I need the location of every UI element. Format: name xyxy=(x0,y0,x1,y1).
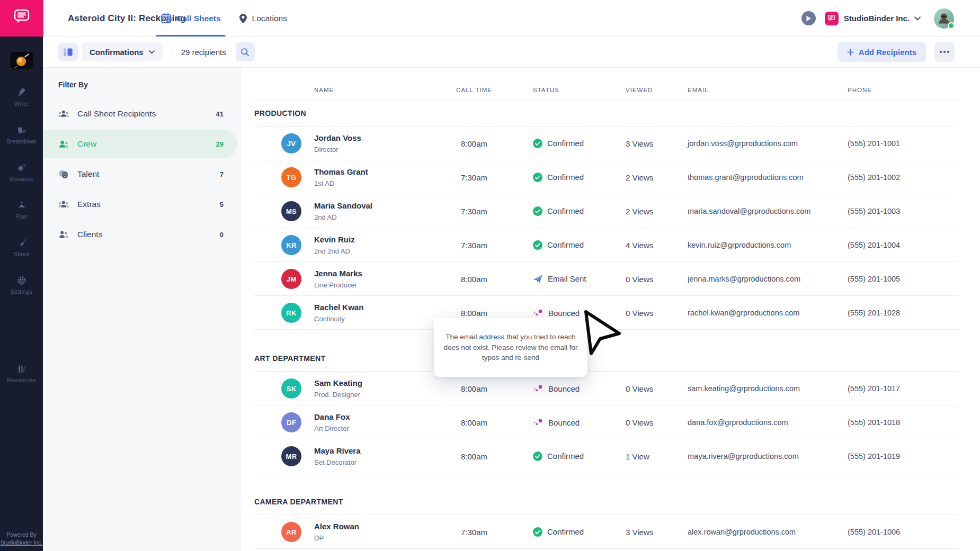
add-recipients-button[interactable]: Add Recipients xyxy=(838,42,926,62)
viewed-count: 3 Views xyxy=(626,139,653,148)
group-title: CAMERA DEPARTMENT xyxy=(254,489,959,514)
email-link[interactable]: jordan.voss@grproductions.com xyxy=(688,139,798,148)
recipient-name-block: Thomas Grant 1st AD xyxy=(314,167,368,187)
filter-item-count: 29 xyxy=(216,140,224,148)
recipient-role: 2nd AD xyxy=(314,213,372,221)
org-logo-icon[interactable] xyxy=(825,12,839,25)
recipient-role: 2nd 2nd AD xyxy=(314,247,355,255)
sidebar-item-visualize[interactable]: Visualize xyxy=(0,162,43,183)
filter-item-count: 5 xyxy=(220,201,224,209)
sidebar-item-plan[interactable]: Plan xyxy=(0,200,43,220)
filter-panel: Filter By Call Sheet Recipients 41 Crew … xyxy=(43,68,241,551)
status-badge[interactable]: Bounced xyxy=(533,418,580,427)
settings-icon xyxy=(16,275,27,286)
recipient-name: Jenna Marks xyxy=(314,269,362,278)
viewed-count: 3 Views xyxy=(626,527,653,536)
status-badge[interactable]: Confirmed xyxy=(533,240,584,250)
plan-icon xyxy=(16,200,27,211)
recipient-name: Rachel Kwan xyxy=(314,303,363,312)
email-link[interactable]: maria.sandoval@grproductions.com xyxy=(688,207,810,215)
column-header-email: EMAIL xyxy=(688,87,709,93)
project-thumbnail[interactable] xyxy=(10,52,33,69)
viewed-count: 0 Views xyxy=(626,418,653,427)
status-badge[interactable]: Confirmed xyxy=(533,527,584,537)
filter-item-extras[interactable]: Extras 5 xyxy=(43,190,237,219)
status-badge[interactable]: Confirmed xyxy=(533,139,584,148)
powered-by-link[interactable]: StudioBinder Inc. xyxy=(0,539,43,547)
status-badge[interactable]: Email Sent xyxy=(533,274,586,284)
more-options-button[interactable] xyxy=(934,42,955,62)
filter-item-call-sheet-recipients[interactable]: Call Sheet Recipients 41 xyxy=(43,100,237,128)
filter-item-talent[interactable]: Talent 7 xyxy=(43,160,237,188)
filter-item-label: Clients xyxy=(77,230,102,239)
call-time: 8:00am xyxy=(442,308,506,317)
viewed-count: 1 View xyxy=(626,451,649,460)
play-button[interactable] xyxy=(801,11,816,25)
table-row[interactable]: TG Thomas Grant 1st AD 7:30am Confirmed … xyxy=(254,160,959,194)
avatar: MR xyxy=(281,446,301,466)
table-row[interactable]: DF Dana Fox Art Director 8:00am Bounced … xyxy=(254,405,959,439)
sidebar-item-settings[interactable]: Settings xyxy=(0,275,43,295)
viewed-count: 4 Views xyxy=(626,240,653,249)
call-time: 8:00am xyxy=(442,418,506,427)
table-group: ART DEPARTMENTSK Sam Keating Prod. Desig… xyxy=(254,346,959,473)
recipients-count: 29 recipients xyxy=(181,48,226,57)
filter-item-clients[interactable]: Clients 0 xyxy=(43,220,237,249)
sidebar-item-write[interactable]: Write xyxy=(0,87,43,107)
status-badge[interactable]: Confirmed xyxy=(533,206,584,216)
tab-call-sheets[interactable]: Call Sheets xyxy=(161,0,221,37)
sidebar-item-breakdown[interactable]: Breakdown xyxy=(0,125,43,145)
recipient-name: Kevin Ruiz xyxy=(314,235,355,244)
email-link[interactable]: jenna.marks@grproductions.com xyxy=(688,275,800,283)
email-link[interactable]: maya.rivera@grproductions.com xyxy=(688,452,799,460)
call-time: 7:30am xyxy=(442,206,506,215)
cursor-pointer xyxy=(571,306,624,359)
sidebar-item-resources[interactable]: Resources xyxy=(0,364,43,384)
email-link[interactable]: sam.keating@grproductions.com xyxy=(688,384,800,393)
org-name[interactable]: StudioBinder Inc. xyxy=(844,14,910,23)
tab-locations[interactable]: Locations xyxy=(239,0,287,37)
table-row[interactable]: JM Jenna Marks Line Producer 8:00am Emai… xyxy=(254,262,959,296)
status-confirmed-icon xyxy=(533,240,542,250)
recipient-name: Maya Rivera xyxy=(314,446,361,455)
phone-number: (555) 201-1019 xyxy=(848,452,900,460)
search-button[interactable] xyxy=(236,42,255,61)
sidebar-item-shoot[interactable]: Shoot xyxy=(0,238,43,258)
email-link[interactable]: kevin.ruiz@grproductions.com xyxy=(688,241,791,249)
email-link[interactable]: rachel.kwan@grproductions.com xyxy=(688,309,799,317)
studiobinder-logo[interactable] xyxy=(0,0,43,37)
call-time: 8:00am xyxy=(442,384,506,393)
table-row[interactable]: AR Alex Rowan DP 7:30am Confirmed 3 View… xyxy=(254,515,959,549)
board-view-button[interactable] xyxy=(58,43,78,61)
email-link[interactable]: alex.rowan@grproductions.com xyxy=(688,528,796,536)
user-avatar[interactable] xyxy=(934,8,954,29)
table-row[interactable]: MR Maya Rivera Set Decorator 8:00am Conf… xyxy=(254,439,959,473)
chevron-down-icon[interactable] xyxy=(914,16,921,21)
call-time: 8:00am xyxy=(442,451,506,460)
calendar-clock-icon xyxy=(161,13,172,24)
app-window: Asteroid City II: Reckoning Call She xyxy=(0,0,980,551)
status-label: Confirmed xyxy=(547,206,584,215)
email-link[interactable]: dana.fox@grproductions.com xyxy=(688,418,788,427)
status-badge[interactable]: Bounced xyxy=(533,384,580,393)
filter-item-label: Crew xyxy=(77,139,96,149)
top-right-cluster: StudioBinder Inc. xyxy=(801,0,954,37)
recipient-name: Alex Rowan xyxy=(314,522,359,531)
view-select-dropdown[interactable]: Confirmations xyxy=(82,42,163,61)
people3-icon xyxy=(58,109,69,119)
email-link[interactable]: thomas.grant@grproductions.com xyxy=(688,173,804,182)
call-time: 8:00am xyxy=(442,139,506,148)
table-row[interactable]: SK Sam Keating Prod. Designer 8:00am Bou… xyxy=(254,372,959,405)
table-row[interactable]: KR Kevin Ruiz 2nd 2nd AD 7:30am Confirme… xyxy=(254,228,959,262)
table-header: NAMECALL TIMESTATUSVIEWEDEMAILPHONE xyxy=(254,68,959,101)
filter-item-crew[interactable]: Crew 29 xyxy=(43,130,237,158)
powered-by: Powered By StudioBinder Inc. xyxy=(0,531,43,547)
write-icon xyxy=(16,87,27,98)
status-badge[interactable]: Confirmed xyxy=(533,451,584,461)
online-status-dot xyxy=(948,22,955,29)
table-row[interactable]: MS Maria Sandoval 2nd AD 7:30am Confirme… xyxy=(254,194,959,228)
shoot-icon xyxy=(16,238,27,248)
status-badge[interactable]: Confirmed xyxy=(533,173,584,182)
top-tabs: Call Sheets Locations xyxy=(161,0,287,37)
table-row[interactable]: JV Jordan Voss Director 8:00am Confirmed… xyxy=(254,127,959,160)
